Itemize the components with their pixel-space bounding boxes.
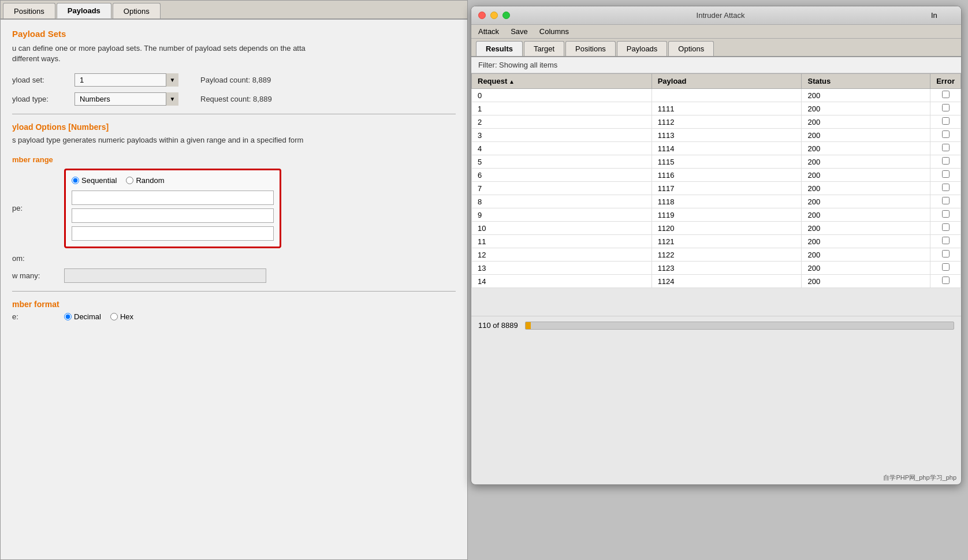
cell-error[interactable]: [930, 222, 961, 235]
cell-error[interactable]: [930, 248, 961, 262]
cell-error[interactable]: [930, 142, 961, 155]
from-input[interactable]: 1111: [72, 191, 274, 205]
hex-radio-label[interactable]: Hex: [110, 312, 133, 321]
hex-radio[interactable]: [110, 313, 118, 320]
random-radio-label[interactable]: Random: [126, 176, 164, 185]
menu-attack[interactable]: Attack: [478, 27, 499, 36]
type-radio-group: Sequential Random: [72, 176, 274, 185]
from-label: om:: [12, 254, 58, 263]
error-checkbox[interactable]: [942, 210, 950, 218]
cell-payload: 1118: [651, 195, 802, 208]
tab-results[interactable]: Results: [476, 41, 523, 56]
cell-request: 7: [472, 182, 652, 195]
menu-save[interactable]: Save: [511, 27, 528, 36]
cell-payload: 1124: [651, 275, 802, 288]
window-menubar: Attack Save Columns: [471, 25, 961, 39]
payload-set-select-wrapper: 1 ▼: [75, 73, 178, 87]
table-row[interactable]: 13 1123 200: [472, 262, 961, 275]
tab-target[interactable]: Target: [524, 41, 564, 56]
payload-type-select-wrapper: Numbers ▼: [75, 92, 178, 106]
cell-error[interactable]: [930, 235, 961, 248]
error-checkbox[interactable]: [942, 184, 950, 191]
sequential-radio-label[interactable]: Sequential: [72, 176, 117, 185]
table-row[interactable]: 4 1114 200: [472, 142, 961, 155]
cell-status: 200: [802, 208, 930, 222]
cell-request: 9: [472, 208, 652, 222]
col-request[interactable]: Request: [472, 74, 652, 89]
col-status[interactable]: Status: [802, 74, 930, 89]
error-checkbox[interactable]: [942, 104, 950, 111]
cell-error[interactable]: [930, 115, 961, 129]
table-row[interactable]: 2 1112 200: [472, 115, 961, 129]
table-row[interactable]: 1 1111 200: [472, 102, 961, 115]
to-input[interactable]: 9999: [72, 208, 274, 223]
table-row[interactable]: 8 1118 200: [472, 195, 961, 208]
tab-positions[interactable]: Positions: [565, 41, 616, 56]
payload-type-select[interactable]: Numbers: [75, 92, 178, 106]
close-button[interactable]: [478, 12, 486, 19]
error-checkbox[interactable]: [942, 157, 950, 165]
error-checkbox[interactable]: [942, 277, 950, 284]
error-checkbox[interactable]: [942, 170, 950, 178]
error-checkbox[interactable]: [942, 117, 950, 125]
error-checkbox[interactable]: [942, 91, 950, 98]
error-checkbox[interactable]: [942, 223, 950, 231]
table-row[interactable]: 11 1121 200: [472, 235, 961, 248]
cell-error[interactable]: [930, 275, 961, 288]
cell-status: 200: [802, 182, 930, 195]
col-payload[interactable]: Payload: [651, 74, 802, 89]
cell-request: 12: [472, 248, 652, 262]
error-checkbox[interactable]: [942, 130, 950, 138]
table-row[interactable]: 12 1122 200: [472, 248, 961, 262]
cell-error[interactable]: [930, 169, 961, 182]
number-format-title: mber format: [12, 300, 456, 309]
cell-error[interactable]: [930, 182, 961, 195]
left-content: Payload Sets u can define one or more pa…: [1, 20, 467, 336]
cell-status: 200: [802, 142, 930, 155]
cell-error[interactable]: [930, 89, 961, 102]
maximize-button[interactable]: [502, 12, 510, 19]
error-checkbox[interactable]: [942, 144, 950, 151]
how-many-input[interactable]: [64, 268, 266, 283]
error-checkbox[interactable]: [942, 197, 950, 204]
payload-set-select[interactable]: 1: [75, 73, 178, 87]
cell-payload: 1119: [651, 208, 802, 222]
table-row[interactable]: 0 200: [472, 89, 961, 102]
table-row[interactable]: 6 1116 200: [472, 169, 961, 182]
table-row[interactable]: 14 1124 200: [472, 275, 961, 288]
minimize-button[interactable]: [490, 12, 498, 19]
table-row[interactable]: 10 1120 200: [472, 222, 961, 235]
error-checkbox[interactable]: [942, 263, 950, 271]
table-row[interactable]: 9 1119 200: [472, 208, 961, 222]
decimal-radio-label[interactable]: Decimal: [64, 312, 101, 321]
table-row[interactable]: 5 1115 200: [472, 155, 961, 169]
cell-error[interactable]: [930, 262, 961, 275]
decimal-radio[interactable]: [64, 313, 72, 320]
menu-columns[interactable]: Columns: [539, 27, 569, 36]
results-table-container[interactable]: Request Payload Status Error 0 200 1 111…: [471, 73, 961, 316]
tab-positions[interactable]: Positions: [3, 3, 55, 18]
how-many-label: w many:: [12, 271, 58, 280]
random-radio[interactable]: [126, 177, 133, 184]
hex-label: Hex: [120, 312, 133, 321]
table-row[interactable]: 7 1117 200: [472, 182, 961, 195]
cell-error[interactable]: [930, 195, 961, 208]
step-input[interactable]: 1: [72, 226, 274, 241]
payload-count-info: Payload count: 8,889: [200, 76, 271, 84]
sequential-radio[interactable]: [72, 177, 79, 184]
cell-status: 200: [802, 155, 930, 169]
error-checkbox[interactable]: [942, 237, 950, 244]
base-radio-group: Decimal Hex: [64, 312, 133, 321]
cell-request: 4: [472, 142, 652, 155]
tab-payloads[interactable]: Payloads: [617, 41, 667, 56]
cell-error[interactable]: [930, 155, 961, 169]
cell-error[interactable]: [930, 129, 961, 142]
table-row[interactable]: 3 1113 200: [472, 129, 961, 142]
tab-payloads[interactable]: Payloads: [57, 3, 111, 18]
cell-error[interactable]: [930, 208, 961, 222]
col-error[interactable]: Error: [930, 74, 961, 89]
tab-options[interactable]: Options: [113, 3, 161, 18]
error-checkbox[interactable]: [942, 250, 950, 257]
tab-options[interactable]: Options: [668, 41, 714, 56]
cell-error[interactable]: [930, 102, 961, 115]
